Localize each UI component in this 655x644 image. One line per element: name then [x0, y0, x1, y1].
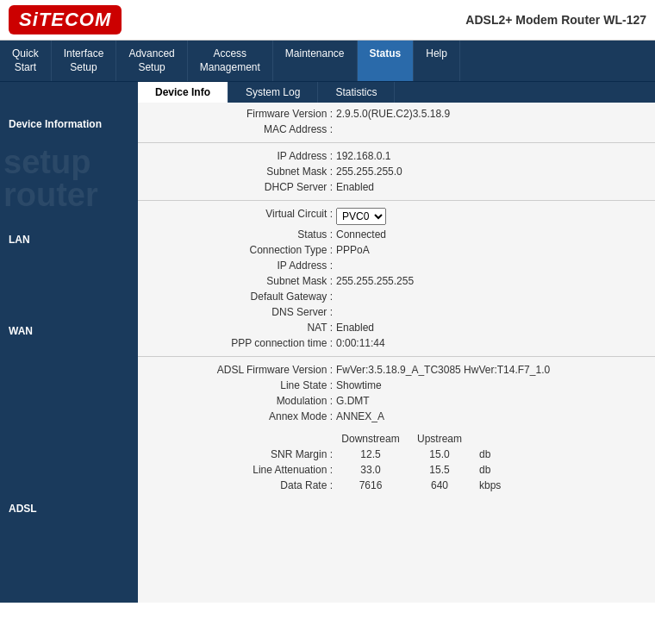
nav-interface-setup[interactable]: Interface Setup: [52, 41, 117, 81]
line-attenuation-label: Line Attenuation :: [147, 464, 336, 476]
dhcp-server-value: Enabled: [336, 181, 374, 193]
lan-section: IP Address : 192.168.0.1 Subnet Mask : 2…: [138, 145, 655, 198]
wan-subnet-mask-label: Subnet Mask :: [147, 275, 336, 287]
header: SiTECOM ADSL2+ Modem Router WL-127: [0, 0, 655, 41]
line-state-row: Line State : Showtime: [138, 378, 655, 393]
annex-mode-value: ANNEX_A: [336, 410, 384, 422]
sub-nav-statistics[interactable]: Statistics: [318, 82, 395, 103]
wan-status-label: Status :: [147, 228, 336, 241]
line-attenuation-down: 33.0: [336, 464, 405, 476]
virtual-circuit-value: PVC0 PVC1 PVC2 PVC3: [336, 208, 386, 225]
divider-3: [138, 356, 655, 357]
snr-margin-row: SNR Margin : 12.5 15.0 db: [138, 447, 655, 462]
adsl-firmware-label: ADSL Firmware Version :: [147, 364, 336, 376]
sub-nav: Device Info System Log Statistics: [0, 81, 655, 103]
main-panel: Firmware Version : 2.9.5.0(RUE.C2)3.5.18…: [138, 103, 655, 603]
sidebar-wan-label: WAN: [0, 318, 138, 341]
wan-ip-address-row: IP Address :: [138, 258, 655, 273]
data-rate-unit: kbps: [474, 479, 526, 491]
snr-margin-label: SNR Margin :: [147, 448, 336, 460]
line-attenuation-unit: db: [474, 464, 526, 476]
dhcp-server-row: DHCP Server : Enabled: [138, 179, 655, 195]
subnet-mask-row: Subnet Mask : 255.255.255.0: [138, 164, 655, 179]
modulation-label: Modulation :: [147, 395, 336, 407]
modulation-row: Modulation : G.DMT: [138, 393, 655, 409]
mac-address-row: MAC Address :: [138, 122, 655, 137]
snr-margin-unit: db: [474, 448, 526, 460]
modulation-value: G.DMT: [336, 395, 370, 407]
upstream-header: Upstream: [405, 433, 474, 445]
subnet-mask-value: 255.255.255.0: [336, 166, 402, 178]
nat-label: NAT :: [147, 322, 336, 334]
data-rate-label: Data Rate :: [147, 479, 336, 491]
adsl-stats-header-row: Downstream Upstream: [138, 431, 655, 447]
dns-server-label: DNS Server :: [147, 306, 336, 318]
dns-server-row: DNS Server :: [138, 304, 655, 320]
adsl-stats-container: Downstream Upstream SNR Margin : 12.5 15…: [138, 424, 655, 497]
sub-nav-device-info[interactable]: Device Info: [138, 82, 228, 103]
connection-type-value: PPPoA: [336, 244, 370, 256]
snr-margin-down: 12.5: [336, 448, 405, 460]
virtual-circuit-row: Virtual Circuit : PVC0 PVC1 PVC2 PVC3: [138, 206, 655, 227]
virtual-circuit-label: Virtual Circuit :: [147, 208, 336, 225]
annex-mode-row: Annex Mode : ANNEX_A: [138, 409, 655, 424]
nav-advanced-setup[interactable]: Advanced Setup: [116, 41, 187, 81]
content: Device Information setuprouter LAN WAN A…: [0, 103, 655, 603]
downstream-header: Downstream: [336, 433, 405, 445]
wan-ip-address-label: IP Address :: [147, 259, 336, 272]
nav-help[interactable]: Help: [414, 41, 460, 81]
wan-subnet-mask-row: Subnet Mask : 255.255.255.255: [138, 273, 655, 289]
line-state-value: Showtime: [336, 379, 382, 391]
virtual-circuit-select[interactable]: PVC0 PVC1 PVC2 PVC3: [336, 208, 386, 225]
default-gateway-row: Default Gateway :: [138, 289, 655, 304]
sidebar-title: Device Information: [0, 111, 138, 137]
wan-status-row: Status : Connected: [138, 227, 655, 242]
adsl-firmware-row: ADSL Firmware Version : FwVer:3.5.18.9_A…: [138, 362, 655, 378]
wan-status-value: Connected: [336, 228, 386, 241]
connection-type-label: Connection Type :: [147, 244, 336, 256]
ip-address-value: 192.168.0.1: [336, 150, 390, 162]
default-gateway-label: Default Gateway :: [147, 291, 336, 303]
ppp-connection-value: 0:00:11:44: [336, 337, 385, 349]
data-rate-down: 7616: [336, 479, 405, 491]
subnet-mask-label: Subnet Mask :: [147, 166, 336, 178]
logo-text: SiTECOM: [19, 9, 111, 30]
line-attenuation-up: 15.5: [405, 464, 474, 476]
firmware-version-row: Firmware Version : 2.9.5.0(RUE.C2)3.5.18…: [138, 106, 655, 122]
annex-mode-label: Annex Mode :: [147, 410, 336, 422]
wan-subnet-mask-value: 255.255.255.255: [336, 275, 414, 287]
nav-status[interactable]: Status: [358, 41, 415, 81]
sidebar-lan-label: LAN: [0, 227, 138, 249]
ip-address-row: IP Address : 192.168.0.1: [138, 148, 655, 164]
data-rate-row: Data Rate : 7616 640 kbps: [138, 478, 655, 493]
line-attenuation-row: Line Attenuation : 33.0 15.5 db: [138, 462, 655, 478]
divider-2: [138, 200, 655, 201]
firmware-version-label: Firmware Version :: [147, 108, 336, 120]
line-state-label: Line State :: [147, 379, 336, 391]
sidebar: Device Information setuprouter LAN WAN A…: [0, 103, 138, 603]
wan-section: Virtual Circuit : PVC0 PVC1 PVC2 PVC3 St…: [138, 203, 655, 354]
connection-type-row: Connection Type : PPPoA: [138, 242, 655, 258]
logo: SiTECOM: [9, 5, 122, 34]
data-rate-up: 640: [405, 479, 474, 491]
firmware-version-value: 2.9.5.0(RUE.C2)3.5.18.9: [336, 108, 450, 120]
ppp-connection-row: PPP connection time : 0:00:11:44: [138, 335, 655, 351]
sidebar-adsl-label: ADSL: [0, 496, 138, 518]
nav-maintenance[interactable]: Maintenance: [273, 41, 358, 81]
dhcp-server-label: DHCP Server :: [147, 181, 336, 193]
nav-quick-start[interactable]: Quick Start: [0, 41, 52, 81]
nav-access-management[interactable]: Access Management: [188, 41, 273, 81]
product-name: ADSL2+ Modem Router WL-127: [465, 13, 646, 27]
mac-address-label: MAC Address :: [147, 123, 336, 135]
nav-left: Quick Start Interface Setup Advanced Set…: [0, 41, 460, 81]
nat-row: NAT : Enabled: [138, 320, 655, 335]
adsl-section: ADSL Firmware Version : FwVer:3.5.18.9_A…: [138, 359, 655, 500]
divider-1: [138, 142, 655, 143]
ip-address-label: IP Address :: [147, 150, 336, 162]
nat-value: Enabled: [336, 322, 374, 334]
sidebar-watermark: setuprouter: [0, 137, 138, 220]
snr-margin-up: 15.0: [405, 448, 474, 460]
main-nav: Quick Start Interface Setup Advanced Set…: [0, 41, 655, 81]
ppp-connection-label: PPP connection time :: [147, 337, 336, 349]
sub-nav-system-log[interactable]: System Log: [228, 82, 318, 103]
